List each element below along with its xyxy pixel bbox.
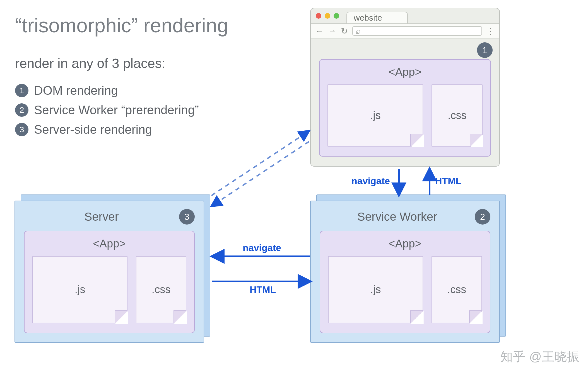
- close-icon[interactable]: [316, 13, 321, 19]
- app-component: <App> .js .css: [320, 231, 490, 333]
- server-panel: Server 3 <App> .js .css: [15, 201, 204, 343]
- page-subtitle: render in any of 3 places:: [15, 56, 165, 71]
- badge-1-icon: 1: [15, 84, 28, 97]
- back-icon[interactable]: ←: [315, 26, 324, 36]
- list-item-label: DOM rendering: [34, 84, 118, 98]
- css-file-icon: .css: [432, 256, 482, 323]
- badge-2-icon: 2: [15, 103, 28, 117]
- badge-server-icon: 3: [179, 209, 195, 225]
- app-component: <App> .js .css: [24, 231, 195, 333]
- browser-viewport: 1 <App> .js .css: [311, 38, 499, 166]
- browser-toolbar: ← → ↻ ⌕ ⋮: [311, 23, 499, 38]
- browser-window: website ← → ↻ ⌕ ⋮ 1 <App> .js .css: [310, 8, 500, 167]
- search-icon: ⌕: [356, 26, 361, 36]
- forward-icon[interactable]: →: [328, 26, 336, 36]
- badge-browser-icon: 1: [477, 42, 493, 58]
- badge-3-icon: 3: [15, 123, 28, 136]
- file-label: .js: [370, 109, 381, 121]
- menu-icon[interactable]: ⋮: [486, 26, 495, 36]
- file-label: .css: [447, 284, 466, 296]
- css-file-icon: .css: [432, 84, 483, 147]
- app-label: <App>: [328, 237, 482, 250]
- list-item: 1 DOM rendering: [15, 84, 199, 98]
- browser-tabbar: website: [311, 8, 499, 23]
- file-label: .css: [448, 109, 467, 121]
- js-file-icon: .js: [327, 84, 423, 147]
- list-item: 2 Service Worker “prerendering”: [15, 103, 199, 117]
- file-label: .js: [74, 284, 85, 296]
- js-file-icon: .js: [32, 256, 127, 323]
- maximize-icon[interactable]: [334, 13, 339, 19]
- file-label: .js: [370, 284, 381, 296]
- url-input[interactable]: ⌕: [352, 26, 482, 36]
- app-label: <App>: [32, 237, 186, 250]
- list-item-label: Server-side rendering: [34, 123, 152, 137]
- arrow-dashed-up-icon: [211, 131, 309, 196]
- window-controls: [316, 13, 339, 19]
- service-worker-panel: Service Worker 2 <App> .js .css: [310, 201, 500, 343]
- arrow-label-navigate: navigate: [351, 176, 390, 186]
- list-item: 3 Server-side rendering: [15, 123, 199, 137]
- reload-icon[interactable]: ↻: [341, 26, 348, 36]
- arrow-dashed-down-icon: [211, 142, 309, 206]
- page-title: “trisomorphic” rendering: [15, 14, 228, 37]
- panel-title: Server: [24, 210, 179, 223]
- panel-title: Service Worker: [320, 210, 475, 223]
- render-places-list: 1 DOM rendering 2 Service Worker “preren…: [15, 78, 199, 137]
- badge-sw-icon: 2: [475, 209, 490, 225]
- js-file-icon: .js: [328, 256, 423, 323]
- minimize-icon[interactable]: [325, 13, 330, 19]
- arrow-label-html: HTML: [435, 176, 461, 186]
- file-label: .css: [152, 284, 171, 296]
- list-item-label: Service Worker “prerendering”: [34, 103, 199, 117]
- arrow-label-html: HTML: [250, 284, 276, 295]
- css-file-icon: .css: [136, 256, 186, 323]
- app-label: <App>: [327, 66, 483, 78]
- app-component: <App> .js .css: [319, 59, 491, 157]
- arrow-label-navigate: navigate: [243, 242, 281, 253]
- watermark: 知乎 @王晓振: [500, 349, 580, 365]
- browser-tab[interactable]: website: [346, 12, 408, 23]
